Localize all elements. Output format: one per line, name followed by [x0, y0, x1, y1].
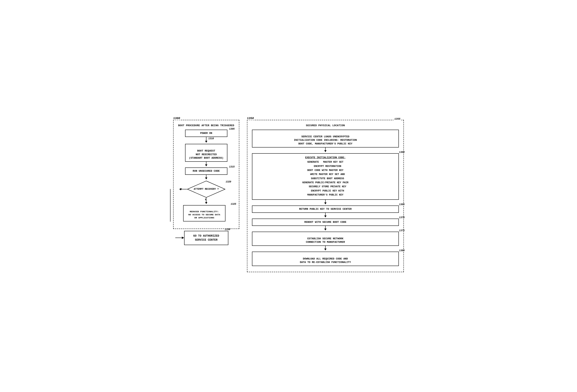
exec-line3: BOOT CODE WITH MASTER KEY — [256, 169, 395, 172]
exec-line7: SECURELY STORE PRIVATE KEY — [256, 185, 395, 189]
download-code-box: DOWNLOAD ALL REQUIRED CODE AND DATA TO R… — [252, 252, 399, 266]
svg-marker-3 — [205, 164, 207, 166]
establish-network-box: ESTABLISH SECURE NETWORK CONNECTION TO M… — [252, 232, 399, 246]
ref-1325: 1325 — [231, 203, 236, 205]
diamond-label: ATTEMPT RECOVERY ? — [187, 181, 225, 198]
right-flow: SERVICE CENTER LOADS UNENCRYPTED INITIAL… — [252, 130, 399, 266]
ref-1320: 1320 — [226, 181, 231, 183]
exec-line8: ENCRYPT PUBLIC KEY WITH — [256, 189, 395, 193]
go-to-service-box: GO TO AUTHORIZED SERVICE CENTER — [184, 231, 228, 245]
exec-line9: MANUFACTURER'S PUBLIC KEY — [256, 193, 395, 197]
diagram-wrapper: 1300 BOOT PROCEDURE AFTER BEING TRIGGERE… — [173, 120, 404, 272]
left-panel-number: 1300 — [172, 117, 181, 120]
svg-marker-5 — [205, 177, 207, 179]
arrow-r5 — [320, 246, 331, 252]
ref-1380: 1380 — [399, 249, 405, 252]
execute-init-box: EXECUTE INITIALIZATION CODE: GENERATE MA… — [252, 153, 399, 200]
svg-marker-1 — [205, 141, 207, 143]
right-panel-corner-ref: 1355 — [394, 118, 401, 120]
ref-1360: 1360 — [399, 151, 405, 154]
arrow-y-left — [179, 184, 189, 194]
svg-marker-8 — [205, 202, 207, 204]
arrow-2 — [200, 162, 212, 167]
svg-marker-23 — [324, 249, 326, 250]
svg-marker-15 — [324, 150, 326, 152]
left-panel: 1300 BOOT PROCEDURE AFTER BEING TRIGGERE… — [173, 120, 239, 229]
reboot-secure-box: REBOOT WITH SECURE BOOT CODE — [252, 219, 399, 226]
svg-marker-19 — [324, 216, 326, 217]
arrow-r4 — [320, 226, 331, 232]
exec-line2: ENCRYPT RESTORATION — [256, 164, 395, 168]
arrow-to-service — [175, 236, 185, 240]
ref-1315: 1315 — [229, 165, 235, 168]
right-panel-title: SECURED PHYSICAL LOCATION — [252, 124, 399, 127]
svg-marker-13 — [182, 237, 184, 239]
svg-marker-21 — [324, 229, 326, 230]
power-on-box: POWER ON — [185, 130, 227, 137]
arrow-3 — [200, 175, 212, 181]
ref-1305: 1305 — [229, 128, 235, 131]
execute-init-underline: EXECUTE INITIALIZATION CODE: — [256, 156, 395, 160]
right-panel-number: 1350 — [246, 117, 255, 120]
boot-request-box: BOOT REQUEST NOT REDIRECTED (STANDART BO… — [185, 144, 227, 162]
svg-marker-10 — [179, 188, 181, 190]
right-panel: 1350 1355 SECURED PHYSICAL LOCATION SERV… — [247, 120, 404, 272]
y-branch-line — [167, 189, 173, 224]
left-flow: POWER ON 1305 1310 BOOT REQUEST NOT REDI… — [178, 130, 234, 223]
arrow-r3 — [320, 213, 331, 219]
run-unsecured-box: RUN UNSECURED CODE — [185, 167, 227, 175]
left-panel-title: BOOT PROCEDURE AFTER BEING TRIGGERED — [178, 124, 234, 127]
service-center-loads-box: SERVICE CENTER LOADS UNENCRYPTED INITIAL… — [252, 130, 399, 148]
svg-marker-17 — [324, 202, 326, 204]
ref-1375: 1375 — [399, 229, 405, 232]
ref-1365: 1365 — [399, 203, 405, 206]
arrow-r1 — [320, 148, 331, 153]
arrow-r2 — [320, 200, 331, 205]
ref-1370: 1370 — [399, 216, 405, 219]
arrow-n-down — [202, 197, 210, 205]
return-public-key-box: RETURN PUBLIC KEY TO SERVICE CENTER — [252, 205, 399, 213]
recovery-section: ATTEMPT RECOVERY ? 1320 Y N — [179, 181, 233, 223]
reduced-functionality-box: REDUCED FUNCTIONALITY: NO ACCESS TO SECU… — [183, 205, 229, 221]
exec-line6: GENERATE PUBLIC/PRIVATE KEY PAIR — [256, 181, 395, 185]
ref-1330: 1330 — [225, 228, 230, 231]
exec-line4: WRITE MASTER KEY SET AND — [256, 173, 395, 176]
exec-line5: SUBSTITUTE BOOT ADDRESS — [256, 177, 395, 181]
ref-1310: 1310 — [208, 137, 214, 140]
exec-line1: GENERATE MASTER KEY SET — [256, 160, 395, 164]
